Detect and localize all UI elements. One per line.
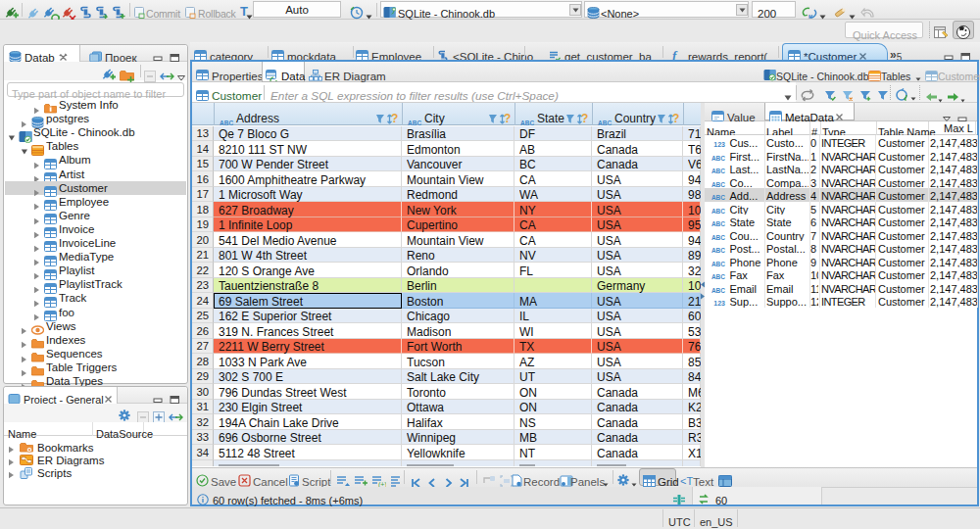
svg-text:M: M (808, 14, 812, 20)
svg-text:(+): (+) (378, 481, 386, 487)
